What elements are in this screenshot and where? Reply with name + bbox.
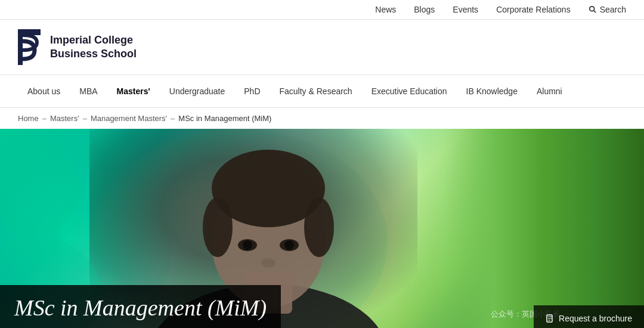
search-label: Search: [600, 5, 626, 14]
request-brochure-button[interactable]: Request a brochure: [534, 305, 644, 328]
logo-line2: Business School: [50, 47, 137, 61]
logo-line1: Imperial College: [50, 33, 137, 47]
brochure-label: Request a brochure: [559, 314, 632, 323]
main-nav-phd[interactable]: PhD: [234, 75, 270, 108]
main-nav-mba[interactable]: MBA: [70, 75, 107, 108]
breadcrumb-management-masters[interactable]: Management Masters': [91, 114, 167, 123]
main-nav-masters[interactable]: Masters': [107, 75, 160, 108]
logo-text: Imperial College Business School: [50, 33, 137, 61]
search-button[interactable]: Search: [589, 5, 626, 14]
search-icon: [589, 5, 597, 14]
breadcrumb-sep-3: –: [171, 114, 175, 123]
breadcrumb-sep-2: –: [83, 114, 87, 123]
breadcrumb: Home – Masters' – Management Masters' – …: [0, 108, 644, 129]
logo[interactable]: Imperial College Business School: [18, 29, 137, 65]
breadcrumb-home[interactable]: Home: [18, 114, 39, 123]
main-nav-alumni[interactable]: Alumni: [527, 75, 572, 108]
document-icon: [546, 314, 554, 323]
logo-icon: [18, 29, 42, 65]
breadcrumb-masters[interactable]: Masters': [50, 114, 79, 123]
top-navigation: News Blogs Events Corporate Relations Se…: [0, 0, 644, 20]
svg-point-0: [589, 7, 594, 11]
top-nav-blogs[interactable]: Blogs: [414, 5, 435, 14]
hero-section: MSc in Management (MiM) 公众号：英国小队长 Reques…: [0, 129, 644, 328]
site-header: Imperial College Business School: [0, 20, 644, 75]
hero-title-bar: MSc in Management (MiM): [0, 285, 281, 328]
breadcrumb-current: MSc in Management (MiM): [178, 114, 271, 123]
main-nav-undergraduate[interactable]: Undergraduate: [160, 75, 234, 108]
hero-trees: [394, 129, 644, 328]
hero-title: MSc in Management (MiM): [14, 295, 267, 320]
main-nav-about-us[interactable]: About us: [18, 75, 70, 108]
svg-rect-18: [12, 218, 60, 290]
main-navigation: About us MBA Masters' Undergraduate PhD …: [0, 75, 644, 108]
main-nav-faculty-research[interactable]: Faculty & Research: [270, 75, 362, 108]
main-nav-executive-education[interactable]: Executive Education: [362, 75, 457, 108]
main-nav-ib-knowledge[interactable]: IB Knowledge: [457, 75, 527, 108]
top-nav-news[interactable]: News: [375, 5, 396, 14]
svg-line-1: [593, 11, 596, 13]
top-nav-corporate-relations[interactable]: Corporate Relations: [496, 5, 571, 14]
breadcrumb-sep-1: –: [42, 114, 47, 123]
top-nav-events[interactable]: Events: [453, 5, 478, 14]
